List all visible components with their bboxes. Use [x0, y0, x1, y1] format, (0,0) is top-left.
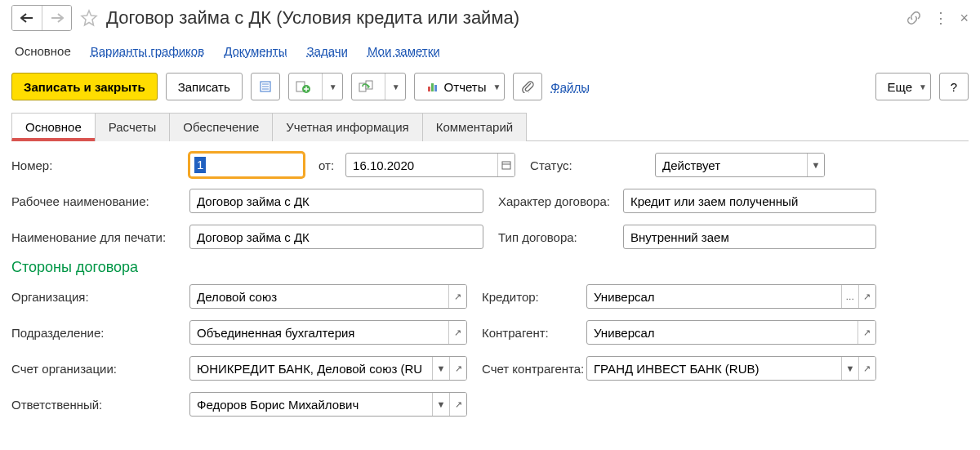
responsible-input-wrap: ▼ ↗ [189, 392, 467, 417]
open-icon[interactable]: ↗ [449, 393, 466, 416]
reports-label: Отчеты [444, 80, 487, 94]
cpaccount-input-wrap: ▼ ↗ [586, 356, 876, 381]
nature-label: Характер договора: [490, 194, 617, 208]
number-input-wrap: 1 [189, 153, 304, 177]
workname-input-wrap [189, 189, 483, 213]
date-input[interactable] [346, 154, 497, 176]
tab-main[interactable]: Основное [11, 113, 96, 141]
printname-label: Наименование для печати: [11, 230, 183, 244]
cmdlink-variants[interactable]: Варианты графиков [91, 44, 204, 58]
status-label: Статус: [522, 158, 648, 172]
nature-input[interactable] [624, 189, 875, 212]
orgaccount-input[interactable] [190, 357, 432, 380]
chevron-down-icon: ▼ [492, 82, 501, 91]
tabs: Основное Расчеты Обеспечение Учетная инф… [11, 112, 969, 141]
responsible-label: Ответственный: [11, 398, 183, 412]
creditor-input-wrap: … ↗ [586, 284, 876, 309]
link-icon[interactable] [906, 10, 922, 26]
parties-section-title: Стороны договора [11, 259, 969, 276]
type-input-wrap [623, 225, 876, 249]
creditor-label: Кредитор: [474, 290, 580, 304]
counterparty-input[interactable] [587, 321, 858, 344]
tab-collateral[interactable]: Обеспечение [169, 113, 273, 141]
form-main: Номер: 1 от: Статус: ▼ Рабочее наименова… [11, 141, 969, 418]
org-input[interactable] [190, 285, 448, 308]
doc-plus-icon [296, 80, 310, 93]
create-based-button[interactable]: ▼ [288, 73, 343, 100]
cmdlink-notes[interactable]: Мои заметки [368, 44, 440, 58]
status-input[interactable] [656, 154, 807, 176]
related-button[interactable]: ▼ [351, 73, 406, 100]
org-input-wrap: ↗ [189, 284, 467, 309]
cmdlink-tasks[interactable]: Задачи [307, 44, 348, 58]
tab-calc[interactable]: Расчеты [95, 113, 171, 141]
chevron-down-icon[interactable]: ▼ [432, 357, 449, 380]
favorite-star-icon[interactable] [78, 7, 100, 29]
chart-icon [426, 80, 439, 93]
docs-swap-icon [359, 80, 373, 93]
open-icon[interactable]: ↗ [858, 321, 875, 344]
creditor-input[interactable] [587, 285, 841, 308]
responsible-input[interactable] [190, 393, 432, 416]
number-input[interactable]: 1 [194, 157, 206, 173]
command-links: Основное Варианты графиков Документы Зад… [15, 44, 969, 58]
counterparty-input-wrap: ↗ [586, 320, 876, 345]
open-icon[interactable]: ↗ [858, 285, 875, 308]
cpaccount-input[interactable] [587, 357, 841, 380]
calendar-icon[interactable] [497, 154, 514, 176]
org-label: Организация: [11, 290, 183, 304]
close-icon[interactable]: × [960, 10, 969, 27]
forward-button[interactable] [42, 6, 71, 30]
dept-input[interactable] [190, 321, 448, 344]
open-icon[interactable]: ↗ [448, 321, 466, 344]
back-button[interactable] [12, 6, 42, 30]
number-label: Номер: [11, 158, 183, 172]
nature-input-wrap [623, 189, 876, 213]
printname-input[interactable] [190, 225, 483, 248]
status-input-wrap: ▼ [655, 153, 825, 177]
workname-label: Рабочее наименование: [11, 194, 183, 208]
type-input[interactable] [624, 225, 875, 248]
ellipsis-icon[interactable]: … [841, 285, 858, 308]
save-button[interactable]: Записать [166, 73, 243, 100]
counterparty-label: Контрагент: [474, 326, 580, 340]
svg-rect-13 [502, 162, 510, 169]
save-close-button[interactable]: Записать и закрыть [11, 73, 158, 100]
tab-comment[interactable]: Комментарий [422, 113, 527, 141]
nav-buttons [11, 5, 72, 31]
cpaccount-label: Счет контрагента: [474, 362, 580, 376]
attach-button[interactable] [513, 73, 542, 100]
svg-rect-10 [428, 87, 430, 91]
orgaccount-input-wrap: ▼ ↗ [189, 356, 467, 381]
chevron-down-icon[interactable]: ▼ [807, 154, 824, 176]
more-button[interactable]: Еще ▼ [875, 73, 931, 100]
paperclip-icon [521, 80, 534, 93]
toolbar: Записать и закрыть Записать ▼ ▼ Отчеты ▼ [11, 73, 969, 100]
tab-accounting[interactable]: Учетная информация [272, 113, 422, 141]
chevron-down-icon[interactable]: ▼ [432, 393, 449, 416]
list-icon [259, 80, 272, 93]
cmdlink-main[interactable]: Основное [15, 44, 71, 58]
help-button[interactable]: ? [939, 73, 969, 100]
help-label: ? [951, 80, 957, 94]
dept-input-wrap: ↗ [189, 320, 467, 345]
open-icon[interactable]: ↗ [449, 357, 466, 380]
open-icon[interactable]: ↗ [448, 285, 466, 308]
workname-input[interactable] [190, 189, 483, 212]
from-label: от: [310, 158, 339, 172]
list-button[interactable] [251, 73, 280, 100]
arrow-left-icon [20, 13, 33, 23]
reports-button[interactable]: Отчеты ▼ [414, 73, 506, 100]
chevron-down-icon: ▼ [392, 82, 400, 91]
cmdlink-documents[interactable]: Документы [224, 44, 287, 58]
save-label: Записать [178, 80, 230, 94]
printname-input-wrap [189, 225, 483, 249]
chevron-down-icon: ▼ [919, 82, 927, 91]
type-label: Тип договора: [490, 230, 617, 244]
open-icon[interactable]: ↗ [858, 357, 875, 380]
orgaccount-label: Счет организации: [11, 362, 183, 376]
kebab-menu-icon[interactable]: ⋮ [933, 9, 948, 27]
date-input-wrap [345, 153, 515, 177]
chevron-down-icon[interactable]: ▼ [841, 357, 858, 380]
files-link[interactable]: Файлы [550, 80, 590, 94]
